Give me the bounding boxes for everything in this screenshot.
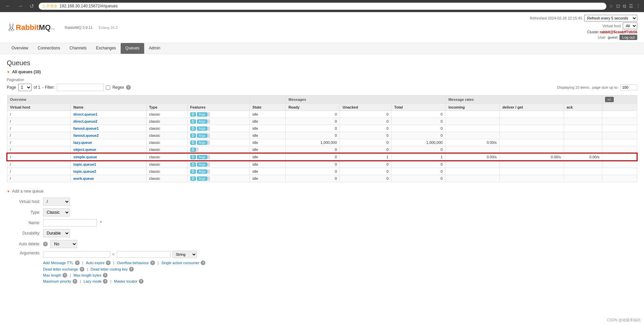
- plus-minus-button[interactable]: +/-: [605, 97, 613, 102]
- single-active-consumer-link[interactable]: Single active consumer: [161, 261, 200, 265]
- feature-args-badge[interactable]: Args: [197, 155, 207, 159]
- forward-button[interactable]: →: [15, 2, 25, 10]
- dead-letter-routing-key-help-icon[interactable]: ?: [129, 267, 134, 272]
- regex-help-icon[interactable]: ?: [126, 85, 131, 90]
- nav-item-overview[interactable]: Overview: [7, 43, 33, 54]
- cell-incoming: 0.00/s: [445, 139, 499, 146]
- back-button[interactable]: ←: [3, 2, 13, 10]
- feature-args-badge[interactable]: Args: [197, 119, 207, 124]
- tab-icon[interactable]: ⊡: [616, 3, 620, 9]
- name-form-row: Name: *: [7, 219, 637, 227]
- cell-vhost: /: [7, 111, 71, 118]
- cell-actions: [602, 118, 637, 125]
- virtual-host-label: Virtual host: [602, 24, 621, 28]
- nav-item-queues[interactable]: Queues: [121, 43, 144, 54]
- queue-name-link[interactable]: lazy.queue: [73, 140, 92, 145]
- overflow-behaviour-link[interactable]: Overflow behaviour: [117, 261, 149, 265]
- menu-icon[interactable]: ⋮: [636, 3, 641, 9]
- max-length-bytes-link[interactable]: Max length bytes: [74, 273, 102, 277]
- queue-name-link[interactable]: fanout.queue2: [73, 133, 98, 137]
- lazy-mode-help-icon[interactable]: ?: [103, 279, 108, 284]
- sidebar-icon[interactable]: ☰: [629, 3, 633, 9]
- maximum-priority-link[interactable]: Maximum priority: [43, 279, 71, 283]
- durability-form-select[interactable]: Durable Transient: [43, 229, 70, 237]
- page-size-input[interactable]: [620, 84, 637, 90]
- overflow-behaviour-help-icon[interactable]: ?: [150, 260, 155, 265]
- cell-unacked: 0: [340, 168, 392, 175]
- max-length-link[interactable]: Max length: [43, 273, 61, 277]
- star-icon[interactable]: ☆: [609, 3, 613, 9]
- argument-type-select[interactable]: String Number Boolean: [172, 251, 197, 258]
- feature-args-badge[interactable]: Args: [197, 140, 207, 145]
- cell-total: 0: [391, 125, 445, 132]
- message-ttl-link[interactable]: Message TTL: [51, 261, 74, 265]
- name-form-input[interactable]: [43, 219, 97, 227]
- lazy-mode-link[interactable]: Lazy mode: [84, 279, 102, 283]
- master-locator-help-icon[interactable]: ?: [139, 279, 144, 284]
- dead-letter-routing-key-link[interactable]: Dead letter routing key: [90, 267, 128, 271]
- master-locator-link[interactable]: Master locator: [114, 279, 137, 283]
- cell-ack: [564, 132, 602, 139]
- app-header: 🐰 Rabbit MQ TM RabbitMQ 3.9.11 Erlang 24…: [0, 12, 644, 43]
- message-rates-group-header: Message rates: [445, 95, 602, 104]
- all-queues-header[interactable]: ▼ All queues (10): [7, 70, 637, 74]
- cell-deliver-get: 0.00/s: [499, 153, 564, 161]
- feature-args-badge[interactable]: Args: [197, 133, 207, 138]
- queue-name-link[interactable]: topic.queue2: [73, 169, 96, 173]
- cell-state: idle: [249, 118, 285, 125]
- user-label: User: [598, 35, 606, 39]
- nav-item-channels[interactable]: Channels: [65, 43, 91, 54]
- nav-item-admin[interactable]: Admin: [144, 43, 165, 54]
- add-arg-button[interactable]: Add: [43, 260, 50, 266]
- nav-item-exchanges[interactable]: Exchanges: [91, 43, 120, 54]
- auto-expire-help-icon[interactable]: ?: [106, 260, 111, 265]
- refresh-row: Refreshed 2024-02-26 22:15:45 Refresh ev…: [530, 15, 637, 22]
- split-icon[interactable]: ⧉: [623, 3, 626, 9]
- auto-delete-form-label: Auto delete:: [7, 242, 40, 246]
- queue-name-link[interactable]: simple.queue: [73, 155, 97, 159]
- maximum-priority-help-icon[interactable]: ?: [73, 279, 77, 284]
- cell-incoming: [445, 161, 499, 168]
- feature-args-badge[interactable]: Args: [197, 176, 207, 181]
- dead-letter-exchange-link[interactable]: Dead letter exchange: [43, 267, 78, 271]
- virtual-host-select[interactable]: All /: [623, 23, 637, 29]
- dead-letter-exchange-help-icon[interactable]: ?: [80, 267, 84, 272]
- regex-checkbox[interactable]: [106, 85, 110, 90]
- refresh-select[interactable]: Refresh every 5 seconds Refresh every 10…: [584, 15, 637, 22]
- feature-args-badge[interactable]: Args: [197, 169, 207, 174]
- queue-name-link[interactable]: object.queue: [73, 148, 96, 152]
- filter-input[interactable]: [57, 84, 104, 91]
- feature-args-badge[interactable]: Args: [197, 126, 207, 131]
- queue-name-link[interactable]: direct.queue2: [73, 119, 97, 123]
- queue-name-link[interactable]: direct.queue1: [73, 112, 97, 116]
- cell-state: idle: [249, 125, 285, 132]
- queue-name-link[interactable]: topic.queue1: [73, 162, 96, 166]
- table-row: / work.queue classic D Args idle 0 0 0: [7, 175, 637, 182]
- type-form-select[interactable]: Classic Quorum: [43, 208, 70, 216]
- feature-args-badge[interactable]: Args: [197, 162, 207, 167]
- argument-key-input[interactable]: [43, 251, 110, 258]
- message-ttl-help-icon[interactable]: ?: [75, 260, 80, 265]
- auto-delete-help-icon[interactable]: ?: [43, 242, 48, 246]
- max-length-bytes-help-icon[interactable]: ?: [103, 273, 108, 278]
- queue-name-link[interactable]: work.queue: [73, 176, 94, 180]
- vhost-form-select[interactable]: /: [43, 198, 70, 206]
- add-queue-toggle[interactable]: ▼ Add a new queue: [7, 189, 637, 194]
- argument-value-input[interactable]: [117, 251, 170, 258]
- arguments-content: = String Number Boolean Add Message TTL: [43, 251, 205, 284]
- auto-delete-form-select[interactable]: No Yes: [50, 240, 77, 248]
- refresh-button[interactable]: ↺: [28, 2, 36, 10]
- max-length-help-icon[interactable]: ?: [63, 273, 67, 278]
- logout-button[interactable]: Log out: [619, 35, 637, 40]
- auto-expire-link[interactable]: Auto expire: [86, 261, 105, 265]
- name-form-label: Name:: [7, 220, 40, 225]
- feature-d-badge: D: [190, 148, 196, 152]
- single-active-consumer-help-icon[interactable]: ?: [201, 260, 205, 265]
- page-select[interactable]: 1: [18, 84, 32, 91]
- feature-state-badge: [196, 148, 199, 152]
- cell-name: topic.queue2: [71, 168, 146, 175]
- feature-d-badge: D: [190, 169, 196, 174]
- feature-args-badge[interactable]: Args: [197, 112, 207, 117]
- queue-name-link[interactable]: fanout.queue1: [73, 126, 98, 130]
- nav-item-connections[interactable]: Connections: [33, 43, 65, 54]
